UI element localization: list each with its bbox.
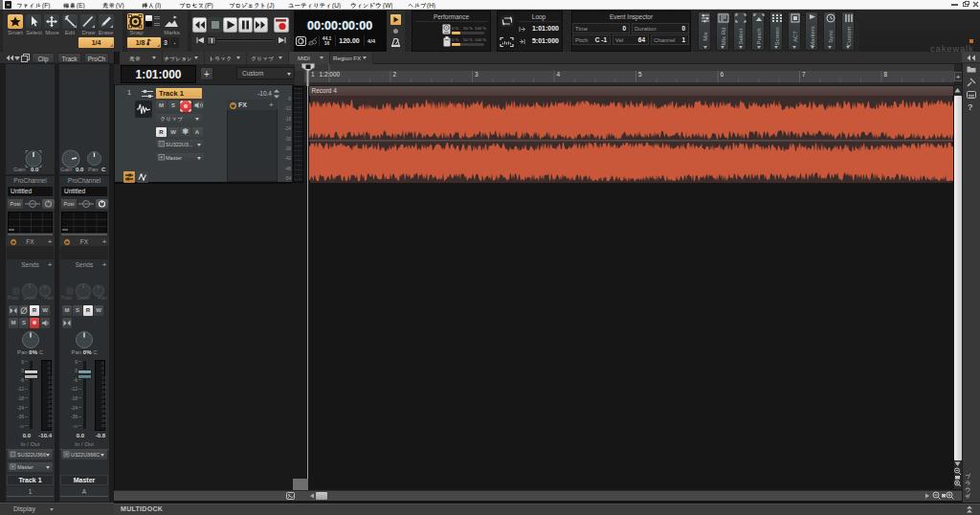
svg-text:4: 4: [557, 71, 561, 78]
svg-text:-18: -18: [284, 117, 291, 122]
svg-text:(E): (E): [77, 2, 85, 9]
svg-text:(J): (J): [267, 2, 275, 9]
svg-text:2: 2: [393, 71, 397, 78]
svg-text:(I): (I): [155, 2, 161, 9]
svg-text:-36: -36: [284, 146, 291, 151]
svg-text:(V): (V): [116, 2, 124, 9]
svg-text:1:2:000: 1:2:000: [320, 71, 341, 78]
svg-text:(F): (F): [42, 2, 50, 9]
svg-text:(W): (W): [383, 2, 392, 9]
svg-text:7: 7: [802, 71, 806, 78]
svg-text:-42: -42: [284, 156, 291, 161]
svg-text:-30: -30: [284, 137, 291, 142]
svg-text:-54: -54: [284, 176, 291, 181]
svg-text:-12: -12: [284, 106, 291, 111]
svg-text:-48: -48: [284, 167, 291, 171]
svg-text:(P): (P): [205, 2, 213, 9]
svg-text:(H): (H): [427, 2, 435, 9]
svg-text:6: 6: [721, 71, 724, 78]
svg-text:(U): (U): [332, 2, 341, 9]
svg-text:-24: -24: [284, 126, 291, 131]
svg-text:8: 8: [884, 71, 888, 78]
svg-text:3: 3: [475, 71, 479, 78]
svg-text:-6: -6: [287, 97, 291, 101]
svg-text:5: 5: [638, 71, 642, 78]
